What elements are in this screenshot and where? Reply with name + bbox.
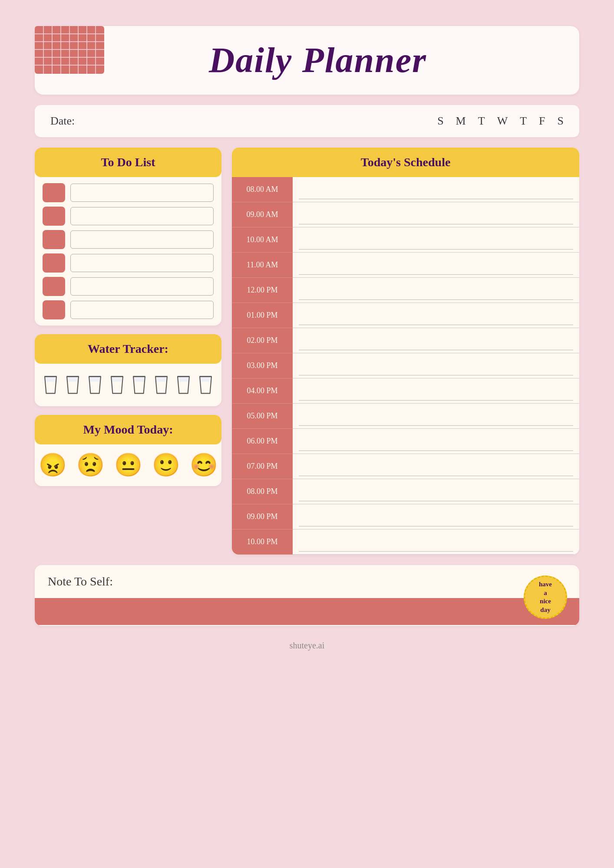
svg-rect-24: [156, 378, 167, 382]
todo-line-2[interactable]: [70, 207, 214, 225]
note-section: Note To Self: haveaniceday: [35, 565, 579, 626]
water-cup-5[interactable]: [131, 373, 147, 397]
event-slot-6[interactable]: [293, 303, 579, 328]
mood-angry[interactable]: 😠: [39, 454, 67, 477]
schedule-header: Today's Schedule: [232, 148, 579, 177]
footer-text: shuteye.ai: [290, 641, 325, 650]
todo-item-5: [43, 277, 214, 296]
day-mon: M: [456, 115, 466, 128]
todo-checkbox-5[interactable]: [43, 277, 65, 296]
todo-item-2: [43, 207, 214, 226]
todo-item-1: [43, 183, 214, 202]
time-slot-4: 11.00 AM: [232, 253, 293, 278]
water-header-text: Water Tracker:: [88, 342, 168, 355]
event-slot-8[interactable]: [293, 353, 579, 378]
nice-day-badge: haveaniceday: [524, 575, 567, 619]
event-slot-1[interactable]: [293, 177, 579, 202]
mood-emojis: 😠 😟 😐 🙂 😊: [35, 444, 221, 486]
event-slot-5[interactable]: [293, 278, 579, 303]
water-cup-6[interactable]: [153, 373, 169, 397]
event-slot-14[interactable]: [293, 504, 579, 529]
time-slot-15: 10.00 PM: [232, 529, 293, 555]
water-cup-8[interactable]: [198, 373, 214, 397]
svg-rect-14: [46, 378, 56, 382]
time-slot-5: 12.00 PM: [232, 278, 293, 303]
day-sun: S: [437, 115, 443, 128]
event-slot-3[interactable]: [293, 227, 579, 253]
mood-header: My Mood Today:: [35, 415, 221, 444]
time-slot-13: 08.00 PM: [232, 479, 293, 504]
mood-neutral[interactable]: 😐: [114, 454, 142, 477]
header-card: Daily Planner: [35, 26, 579, 95]
todo-section: To Do List: [35, 148, 221, 326]
todo-checkbox-6[interactable]: [43, 300, 65, 319]
time-slot-1: 08.00 AM: [232, 177, 293, 202]
water-header: Water Tracker:: [35, 334, 221, 364]
svg-rect-22: [134, 378, 145, 382]
svg-rect-20: [112, 378, 122, 382]
water-cup-2[interactable]: [65, 373, 81, 397]
water-cup-7[interactable]: [175, 373, 191, 397]
event-slot-10[interactable]: [293, 404, 579, 429]
time-slot-10: 05.00 PM: [232, 404, 293, 429]
time-slot-2: 09.00 AM: [232, 202, 293, 227]
event-slot-9[interactable]: [293, 378, 579, 404]
svg-rect-26: [178, 378, 189, 382]
time-column: 08.00 AM 09.00 AM 10.00 AM 11.00 AM 12.0…: [232, 177, 293, 555]
todo-line-1[interactable]: [70, 184, 214, 202]
nice-day-text: haveaniceday: [539, 580, 552, 614]
event-slot-7[interactable]: [293, 328, 579, 353]
mood-very-happy[interactable]: 😊: [190, 454, 218, 477]
day-wed: W: [497, 115, 508, 128]
time-slot-8: 03.00 PM: [232, 353, 293, 378]
grid-decoration: [35, 26, 104, 74]
water-cups: [35, 364, 221, 406]
time-slot-12: 07.00 PM: [232, 454, 293, 479]
todo-item-6: [43, 300, 214, 319]
mood-section: My Mood Today: 😠 😟 😐 🙂 😊: [35, 415, 221, 486]
todo-line-5[interactable]: [70, 277, 214, 296]
main-content: To Do List: [35, 148, 579, 555]
todo-checkbox-1[interactable]: [43, 183, 65, 202]
todo-line-6[interactable]: [70, 301, 214, 319]
todo-checkbox-2[interactable]: [43, 207, 65, 226]
event-slot-4[interactable]: [293, 253, 579, 278]
time-slot-9: 04.00 PM: [232, 378, 293, 404]
todo-line-3[interactable]: [70, 230, 214, 249]
todo-checkbox-3[interactable]: [43, 230, 65, 249]
todo-line-4[interactable]: [70, 254, 214, 272]
mood-header-text: My Mood Today:: [83, 423, 173, 436]
todo-header: To Do List: [35, 148, 221, 177]
note-writing-area[interactable]: [35, 598, 579, 625]
date-row: Date: S M T W T F S: [35, 105, 579, 137]
event-slot-12[interactable]: [293, 454, 579, 479]
event-slot-13[interactable]: [293, 479, 579, 504]
page: Daily Planner Date: S M T W T F S To Do …: [35, 26, 579, 659]
left-column: To Do List: [35, 148, 221, 486]
schedule-header-text: Today's Schedule: [361, 155, 451, 169]
svg-rect-28: [201, 378, 211, 382]
time-slot-3: 10.00 AM: [232, 227, 293, 253]
event-slot-2[interactable]: [293, 202, 579, 227]
water-cup-1[interactable]: [43, 373, 59, 397]
water-cup-4[interactable]: [109, 373, 125, 397]
day-fri: F: [539, 115, 545, 128]
day-thu: T: [520, 115, 527, 128]
day-tue: T: [478, 115, 485, 128]
time-slot-6: 01.00 PM: [232, 303, 293, 328]
schedule-section: Today's Schedule 08.00 AM 09.00 AM 10.00…: [232, 148, 579, 555]
mood-sad[interactable]: 😟: [76, 454, 105, 477]
mood-happy[interactable]: 🙂: [152, 454, 180, 477]
todo-checkbox-4[interactable]: [43, 253, 65, 273]
todo-header-text: To Do List: [101, 155, 155, 169]
svg-rect-18: [90, 378, 100, 382]
date-label: Date:: [50, 115, 75, 128]
event-slot-15[interactable]: [293, 529, 579, 555]
todo-item-3: [43, 230, 214, 249]
water-section: Water Tracker:: [35, 334, 221, 406]
todo-items: [35, 177, 221, 326]
water-cup-3[interactable]: [87, 373, 103, 397]
event-slot-11[interactable]: [293, 429, 579, 454]
page-title: Daily Planner: [78, 39, 558, 82]
events-column: [293, 177, 579, 555]
